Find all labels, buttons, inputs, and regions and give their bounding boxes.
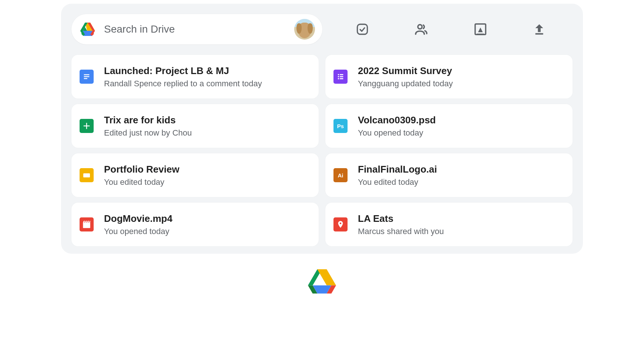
file-title: Portfolio Review xyxy=(104,164,180,175)
drive-panel: Launched: Project LB & MJ Randall Spence… xyxy=(61,4,583,254)
svg-rect-17 xyxy=(340,76,343,77)
top-row xyxy=(71,14,573,44)
file-title: Launched: Project LB & MJ xyxy=(104,65,262,77)
svg-rect-10 xyxy=(536,33,543,35)
docs-icon xyxy=(80,70,94,84)
image-frame-icon xyxy=(473,22,487,36)
svg-rect-13 xyxy=(84,78,87,79)
photoshop-icon: Ps xyxy=(333,119,348,133)
sheets-icon xyxy=(80,119,94,133)
approvals-button[interactable] xyxy=(355,22,370,37)
drive-logo-large xyxy=(308,269,336,294)
file-subtitle: You edited today xyxy=(104,177,180,187)
file-card[interactable]: DogMovie.mp4 You opened today xyxy=(71,203,319,246)
file-title: 2022 Summit Survey xyxy=(358,65,453,77)
video-icon xyxy=(80,217,94,231)
file-subtitle: You opened today xyxy=(358,128,436,138)
search-bar[interactable] xyxy=(71,14,322,44)
file-subtitle: You opened today xyxy=(104,227,172,236)
file-title: LA Eats xyxy=(358,213,444,224)
user-avatar[interactable] xyxy=(294,19,315,40)
illustrator-icon: Ai xyxy=(333,168,348,182)
upload-button[interactable] xyxy=(532,22,547,37)
svg-point-7 xyxy=(418,25,422,29)
check-square-icon xyxy=(356,23,369,36)
file-title: Volcano0309.psd xyxy=(358,114,436,126)
file-title: Trix are for kids xyxy=(104,114,192,126)
file-card[interactable]: Ps Volcano0309.psd You opened today xyxy=(325,104,573,148)
file-card[interactable]: LA Eats Marcus shared with you xyxy=(325,203,573,246)
file-subtitle: You edited today xyxy=(358,177,437,187)
images-button[interactable] xyxy=(473,22,488,37)
file-subtitle: Yangguang updated today xyxy=(358,79,453,89)
shared-button[interactable] xyxy=(414,22,429,37)
file-subtitle: Edited just now by Chou xyxy=(104,128,192,138)
file-card[interactable]: 2022 Summit Survey Yangguang updated tod… xyxy=(325,55,573,99)
svg-point-16 xyxy=(338,76,339,77)
slides-icon xyxy=(80,168,94,182)
file-card[interactable]: Ai FinalFinalLogo.ai You edited today xyxy=(325,153,573,197)
map-pin-icon xyxy=(333,217,348,231)
file-title: DogMovie.mp4 xyxy=(104,213,172,224)
search-input[interactable] xyxy=(104,23,294,35)
file-card[interactable]: Launched: Project LB & MJ Randall Spence… xyxy=(71,55,319,99)
drive-logo-icon xyxy=(80,23,95,36)
svg-rect-15 xyxy=(340,74,343,75)
toolbar xyxy=(329,22,573,37)
svg-rect-22 xyxy=(83,173,90,177)
svg-point-18 xyxy=(338,78,339,80)
upload-icon xyxy=(533,23,546,36)
svg-rect-19 xyxy=(340,78,343,79)
file-card[interactable]: Trix are for kids Edited just now by Cho… xyxy=(71,104,319,148)
svg-rect-6 xyxy=(357,24,367,34)
svg-point-14 xyxy=(338,74,339,76)
forms-icon xyxy=(333,70,348,84)
people-icon xyxy=(414,21,429,37)
file-subtitle: Randall Spence replied to a comment toda… xyxy=(104,79,262,89)
svg-rect-11 xyxy=(84,74,90,75)
file-title: FinalFinalLogo.ai xyxy=(358,164,437,175)
svg-rect-12 xyxy=(84,76,90,77)
file-subtitle: Marcus shared with you xyxy=(358,227,444,236)
file-card[interactable]: Portfolio Review You edited today xyxy=(71,153,319,197)
file-grid: Launched: Project LB & MJ Randall Spence… xyxy=(71,55,573,246)
